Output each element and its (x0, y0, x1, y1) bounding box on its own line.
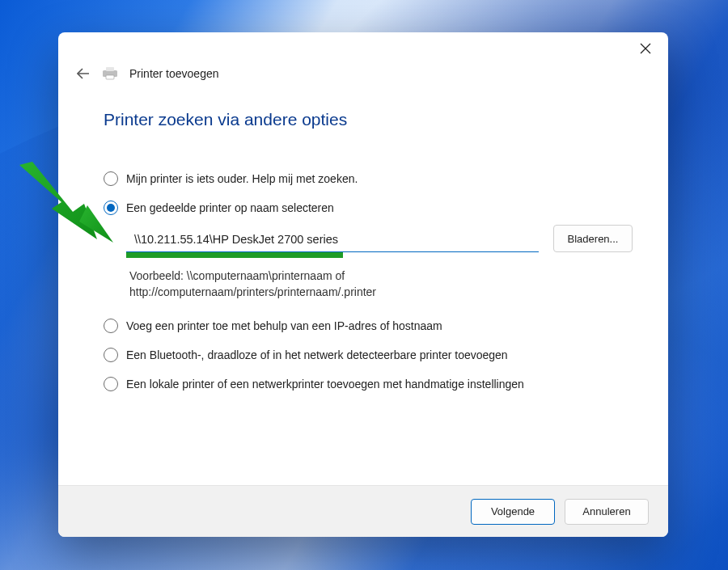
svg-rect-5 (106, 75, 114, 79)
cancel-button[interactable]: Annuleren (565, 499, 649, 525)
next-button[interactable]: Volgende (471, 499, 555, 525)
annotation-highlight (126, 251, 343, 258)
dialog-footer: Volgende Annuleren (58, 485, 668, 537)
titlebar (58, 32, 668, 65)
close-icon[interactable] (634, 37, 657, 60)
radio-icon (104, 201, 118, 215)
option-label: Voeg een printer toe met behulp van een … (126, 319, 442, 332)
page-title: Printer zoeken via andere opties (104, 95, 633, 171)
option-shared-printer[interactable]: Een gedeelde printer op naam selecteren (104, 201, 633, 215)
breadcrumb-title: Printer toevoegen (129, 67, 219, 80)
option-bluetooth-wireless[interactable]: Een Bluetooth-, draadloze of in het netw… (104, 348, 633, 362)
option-label: Een gedeelde printer op naam selecteren (126, 201, 334, 214)
breadcrumb: Printer toevoegen (58, 65, 668, 92)
radio-icon (104, 348, 118, 362)
printer-icon (100, 67, 120, 80)
shared-printer-path-input[interactable] (126, 225, 539, 252)
option-ip-hostname[interactable]: Voeg een printer toe met behulp van een … (104, 319, 633, 333)
option-label: Een lokale printer of een netwerkprinter… (126, 378, 524, 391)
shared-printer-example: Voorbeeld: \\computernaam\printernaam of… (126, 258, 482, 304)
add-printer-dialog: Printer toevoegen Printer zoeken via and… (58, 32, 668, 537)
back-icon[interactable] (76, 66, 91, 81)
option-label: Een Bluetooth-, draadloze of in het netw… (126, 348, 508, 361)
svg-rect-4 (106, 67, 114, 71)
dialog-body: Printer zoeken via andere opties Mijn pr… (58, 92, 668, 485)
browse-button[interactable]: Bladeren... (553, 225, 633, 252)
option-older-printer[interactable]: Mijn printer is iets ouder. Help mij met… (104, 171, 633, 186)
option-local-manual[interactable]: Een lokale printer of een netwerkprinter… (104, 377, 633, 391)
radio-icon (104, 319, 118, 333)
radio-icon (104, 377, 118, 391)
shared-printer-panel: Bladeren... Voorbeeld: \\computernaam\pr… (126, 225, 633, 304)
radio-icon (104, 171, 118, 186)
option-label: Mijn printer is iets ouder. Help mij met… (126, 172, 358, 185)
